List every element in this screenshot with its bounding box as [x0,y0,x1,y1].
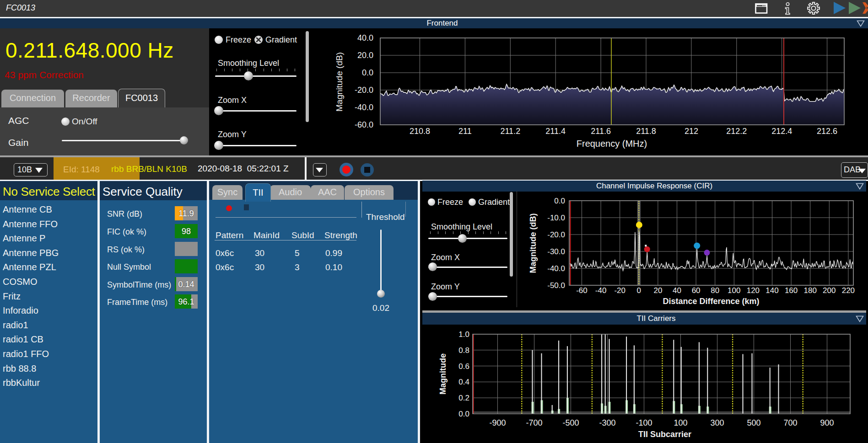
svg-text:0.0: 0.0 [554,197,565,205]
svg-text:-900: -900 [489,418,506,427]
svg-text:0.0: 0.0 [362,68,373,77]
svg-text:20: 20 [653,286,662,295]
svg-text:20.0: 20.0 [357,51,373,60]
svg-text:Distance Difference (km): Distance Difference (km) [663,297,759,306]
svg-text:211.4: 211.4 [545,127,566,136]
svg-text:40: 40 [673,286,681,295]
svg-text:TII Subcarrier: TII Subcarrier [638,430,691,439]
svg-text:0.2: 0.2 [458,394,469,402]
svg-text:-100: -100 [636,418,652,427]
svg-text:-700: -700 [526,418,542,427]
svg-text:0: 0 [637,286,641,295]
svg-text:212.4: 212.4 [771,127,792,136]
svg-text:Frequency (MHz): Frequency (MHz) [577,139,647,149]
svg-text:180: 180 [804,286,817,295]
svg-text:100: 100 [674,418,687,427]
svg-text:200: 200 [823,286,836,295]
svg-text:80: 80 [711,286,719,295]
svg-text:-10.0: -10.0 [547,213,565,222]
svg-text:140: 140 [766,286,778,295]
svg-text:-20: -20 [614,286,625,295]
svg-text:0.4: 0.4 [458,378,469,386]
svg-text:211.6: 211.6 [591,127,611,136]
svg-text:900: 900 [820,418,834,427]
svg-text:Magnitude (dB): Magnitude (dB) [334,52,344,112]
svg-text:Magnitude (dB): Magnitude (dB) [528,213,538,273]
svg-text:212.2: 212.2 [726,127,747,136]
svg-text:-50.0: -50.0 [547,281,565,290]
svg-text:-20.0: -20.0 [355,85,373,95]
svg-text:60: 60 [692,286,701,295]
svg-text:0.6: 0.6 [458,362,469,371]
svg-text:120: 120 [747,286,760,295]
svg-text:0.0: 0.0 [458,410,469,418]
svg-text:160: 160 [785,286,798,295]
svg-text:300: 300 [710,418,724,427]
svg-text:0.8: 0.8 [458,346,469,355]
svg-text:-30.0: -30.0 [547,247,565,256]
svg-text:220: 220 [842,286,855,295]
svg-text:-60.0: -60.0 [355,120,373,129]
svg-text:-300: -300 [599,418,615,427]
svg-text:-500: -500 [562,418,579,427]
svg-text:700: 700 [783,418,797,427]
svg-text:211.2: 211.2 [500,127,520,136]
svg-text:-20.0: -20.0 [547,230,565,239]
svg-text:212.6: 212.6 [817,127,837,136]
svg-text:40.0: 40.0 [357,33,373,43]
svg-text:-40.0: -40.0 [355,103,373,112]
svg-text:210.8: 210.8 [410,127,430,136]
svg-text:-40: -40 [595,286,607,295]
svg-text:212: 212 [685,127,698,136]
svg-text:-40.0: -40.0 [547,264,565,273]
svg-text:211: 211 [458,127,472,136]
svg-text:1.0: 1.0 [458,330,469,339]
svg-text:211.8: 211.8 [636,127,656,136]
svg-text:500: 500 [747,418,760,427]
svg-text:Magnitude: Magnitude [438,353,447,395]
svg-text:100: 100 [728,286,740,295]
svg-text:-60: -60 [576,286,588,295]
